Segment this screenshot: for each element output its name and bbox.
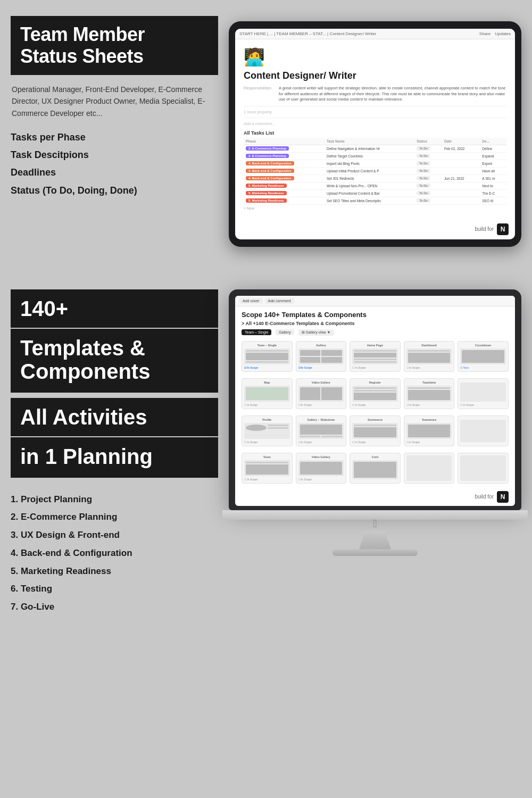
- task-desc: A 301 re: [480, 174, 506, 182]
- wf-line: [408, 350, 451, 352]
- wf-block: [354, 393, 396, 400]
- feature-item: Tasks per Phase: [11, 129, 218, 146]
- gallery-item[interactable]: Gallery ☑ In Scope: [296, 341, 347, 372]
- task-name: Upload Initial Product Content & P: [325, 167, 414, 174]
- tablet-actions: Share Updates: [479, 31, 511, 36]
- task-name: Define Navigation & Information Hi: [325, 145, 414, 152]
- gallery-wireframe: [298, 460, 344, 476]
- wf-block: [354, 427, 396, 437]
- scope-checkbox: ☐ In Scope: [460, 403, 506, 406]
- gallery-item-title: Video Gallery: [298, 455, 344, 459]
- gallery-item[interactable]: [458, 415, 509, 446]
- gallery-item[interactable]: Dashboard ☐ In Scope: [404, 341, 455, 372]
- gallery-item[interactable]: Home Page ☐ In Scope: [350, 341, 401, 372]
- status-tag: To Do: [417, 146, 430, 151]
- gallery-tab-team[interactable]: Team – Single: [242, 329, 271, 335]
- gallery-item[interactable]: Team ☐ In Scope: [242, 453, 293, 484]
- gallery-item[interactable]: Teammore ☐ In Scope: [404, 415, 455, 446]
- gallery-item-title: Countdown: [460, 344, 506, 347]
- left-panel: Team Member Status Sheets Operational Ma…: [11, 16, 218, 200]
- feature-list: Tasks per Phase Task Descitpions Deadlin…: [11, 129, 218, 200]
- add-cover-button[interactable]: Add cover: [239, 298, 263, 304]
- list-item-3: 3. UX Design & Front-end: [11, 526, 218, 544]
- list-item-6: 6. Testing: [11, 580, 218, 598]
- gallery-item[interactable]: Teambine ☐ In Scope: [404, 378, 455, 409]
- new-row[interactable]: + New: [244, 205, 506, 212]
- gallery-item[interactable]: [404, 453, 455, 484]
- gallery-item[interactable]: Profile ☐ In Scope: [242, 415, 293, 446]
- scope-checkbox: ☐ In Scope: [244, 478, 290, 481]
- gallery-item[interactable]: Video Gallery ☐ In Scope: [296, 453, 347, 484]
- gallery-wireframe: [352, 386, 398, 402]
- task-date: [442, 160, 480, 167]
- wf-block: [408, 390, 451, 400]
- notion-logo-letter: N: [501, 226, 505, 233]
- gallery-item-title: Gallery – Slideshow: [298, 418, 344, 421]
- gallery-item[interactable]: Map ☐ In Scope: [242, 378, 293, 409]
- tasks-heading-text: All Tasks List: [244, 130, 274, 136]
- add-comment-button[interactable]: Add comment: [265, 298, 294, 304]
- task-desc: Next to: [480, 182, 506, 189]
- activities-line2: in 1 Planning: [20, 445, 209, 468]
- list-item-4: 4. Back-end & Configuration: [11, 544, 218, 562]
- phase-tag: 4. Back-end & Configuration: [246, 161, 294, 165]
- wf-line: [268, 425, 288, 426]
- in-scope-badge: ☑ In Scope: [298, 366, 344, 369]
- table-row: 4. Back-end & Configuration Set 301 Redi…: [244, 174, 506, 182]
- status-tag: To Do: [417, 176, 430, 180]
- table-row: 4. Back-end & Configuration Import old B…: [244, 160, 506, 167]
- gallery-item[interactable]: Countdown ☑ New: [458, 341, 509, 372]
- monitor-btn-group: Add cover Add comment: [239, 298, 294, 304]
- task-name: Set 301 Redirects: [325, 174, 414, 182]
- new-row-label: + New: [244, 206, 254, 210]
- share-button[interactable]: Share: [479, 31, 491, 36]
- wf-block: [246, 464, 288, 475]
- task-desc: Export: [480, 160, 506, 167]
- gallery-item[interactable]: [458, 453, 509, 484]
- scope-checkbox: ☐ In Scope: [406, 366, 452, 369]
- tablet-mockup: START HERE | ... | TEAM MEMBER – STAT...…: [229, 21, 521, 247]
- phase-tag: 4. Back-end & Configuration: [246, 169, 294, 173]
- prop-label: Responsibilities: [244, 86, 276, 90]
- gallery-item-title: Gallery: [298, 344, 344, 347]
- list-item-2: 2. E-Commerce Planning: [11, 508, 218, 526]
- monitor-base: [332, 550, 418, 556]
- gallery-item[interactable]: ☐ In Scope: [458, 378, 509, 409]
- gallery-wireframe: [460, 348, 506, 364]
- task-date: [442, 167, 480, 174]
- gallery-item[interactable]: Register ☐ In Scope: [350, 378, 401, 409]
- gallery-wireframe: [460, 383, 506, 402]
- gallery-controls: Team – Single Gallery ⊞ Gallery view ▼: [235, 329, 515, 339]
- wf-block: [300, 357, 321, 363]
- table-header-row: Phase Task Name Status Date De...: [244, 138, 506, 145]
- task-name: Define Target Countries: [325, 152, 414, 160]
- gallery-item[interactable]: Gallery – Slideshow ☐ In Scope: [296, 415, 347, 446]
- wf-block: [462, 350, 504, 363]
- gallery-item[interactable]: Cont: [350, 453, 401, 484]
- scope-checkbox: ☐ In Scope: [406, 403, 452, 406]
- updates-button[interactable]: Updates: [495, 31, 511, 36]
- wf-block: [246, 353, 288, 360]
- table-row: 5. Marketing Readiness Write & Upload No…: [244, 182, 506, 189]
- gallery-item[interactable]: Team – Single ☑ In Scope: [242, 341, 293, 372]
- scope-checkbox: ☐ In Scope: [244, 403, 290, 406]
- bottom-section: 140+ Templates & Components All Activiti…: [0, 284, 532, 633]
- task-name: Upload Promotional Content & Bar: [325, 189, 414, 197]
- gallery-item-title: Video Gallery: [298, 381, 344, 384]
- task-name: Import old Blog Posts: [325, 160, 414, 167]
- comment-text: Add a comment...: [244, 121, 275, 126]
- status-tag: To Do: [417, 161, 430, 165]
- headline-number: 140+: [20, 297, 209, 320]
- in-scope-badge: ☑ In Scope: [244, 366, 290, 369]
- task-desc: Have all: [480, 167, 506, 174]
- table-row: 5. Marketing Readiness Upload Promotiona…: [244, 189, 506, 197]
- gallery-tab-gallery[interactable]: Gallery: [276, 329, 294, 335]
- monitor-footer: build for N: [235, 488, 515, 506]
- avatar-emoji: 🧑‍💻: [244, 47, 506, 67]
- comment-placeholder[interactable]: Add a comment...: [244, 118, 506, 126]
- gallery-tab-view[interactable]: ⊞ Gallery view ▼: [298, 329, 334, 336]
- gallery-item[interactable]: Video Gallery ☐ In Scope: [296, 378, 347, 409]
- gallery-item[interactable]: Sommerce ☐ In Scope: [350, 415, 401, 446]
- col-status: Status: [414, 138, 442, 145]
- monitor-screen: Add cover Add comment Scope 140+ Templat…: [235, 296, 515, 506]
